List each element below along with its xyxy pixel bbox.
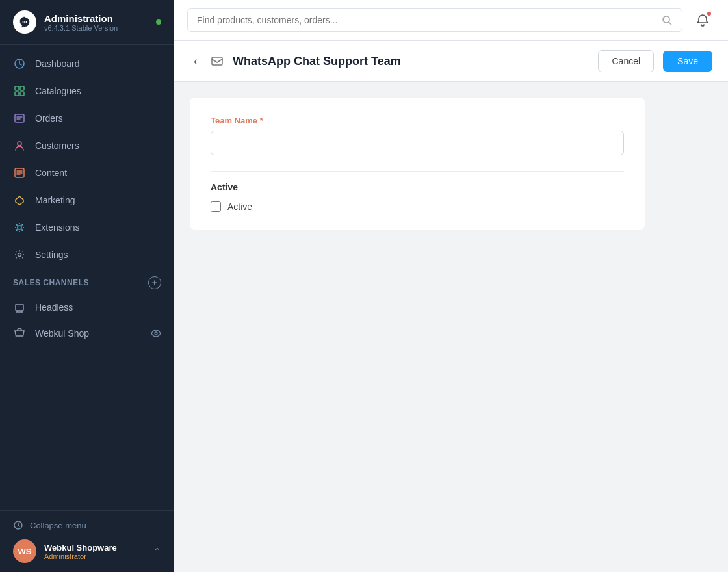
svg-rect-17 — [212, 57, 222, 65]
section-divider — [211, 171, 624, 172]
content-label: Content — [35, 168, 67, 178]
svg-point-12 — [18, 254, 21, 257]
webkul-shop-icon — [13, 327, 26, 340]
active-checkbox-row: Active — [211, 202, 624, 212]
required-indicator: * — [260, 116, 263, 125]
catalogues-label: Catalogues — [35, 86, 81, 96]
form-card: Team Name * Active Active — [190, 98, 645, 230]
logo-icon — [13, 10, 36, 34]
online-indicator — [156, 20, 161, 25]
catalogues-icon — [13, 84, 26, 98]
eye-icon[interactable] — [151, 328, 161, 339]
settings-icon — [13, 248, 26, 261]
sidebar-item-extensions[interactable]: Extensions — [0, 214, 174, 241]
sidebar-item-dashboard[interactable]: Dashboard — [0, 50, 174, 77]
customers-icon — [13, 139, 26, 152]
sales-channels-header: Sales Channels + — [0, 268, 174, 294]
svg-rect-7 — [20, 92, 24, 96]
svg-point-2 — [26, 21, 27, 23]
marketing-icon — [13, 194, 26, 207]
orders-icon — [13, 112, 26, 125]
sidebar-item-orders[interactable]: Orders — [0, 105, 174, 132]
svg-rect-4 — [15, 86, 19, 90]
active-checkbox-label[interactable]: Active — [228, 202, 252, 212]
active-section: Active Active — [211, 182, 624, 212]
page-header: ‹ WhatsApp Chat Support Team Cancel Save — [174, 41, 728, 82]
svg-point-0 — [23, 21, 24, 23]
sidebar-header: Administration v6.4.3.1 Stable Version — [0, 0, 174, 45]
svg-point-9 — [18, 142, 21, 146]
user-row: WS Webkul Shopware Administrator ⌃ — [13, 540, 161, 563]
svg-point-11 — [18, 226, 21, 229]
sidebar-title-block: Administration v6.4.3.1 Stable Version — [44, 13, 118, 32]
search-wrapper — [187, 8, 682, 32]
customers-label: Customers — [35, 140, 79, 151]
sidebar-item-headless[interactable]: Headless — [0, 294, 174, 320]
user-avatar: WS — [13, 540, 36, 563]
svg-point-14 — [155, 332, 157, 335]
collapse-menu-button[interactable]: Collapse menu — [13, 520, 161, 530]
user-menu-toggle[interactable]: ⌃ — [153, 546, 161, 556]
active-checkbox[interactable] — [211, 202, 221, 212]
search-input[interactable] — [197, 15, 656, 25]
extensions-icon — [13, 221, 26, 234]
sales-channels-label: Sales Channels — [13, 278, 89, 287]
svg-rect-5 — [20, 86, 24, 90]
topbar — [174, 0, 728, 41]
sidebar-footer: Collapse menu WS Webkul Shopware Adminis… — [0, 510, 174, 572]
svg-rect-8 — [15, 114, 24, 122]
content-icon — [13, 166, 26, 179]
sidebar-item-marketing[interactable]: Marketing — [0, 187, 174, 214]
svg-rect-13 — [16, 304, 23, 311]
add-sales-channel-button[interactable]: + — [148, 276, 161, 289]
notification-button[interactable] — [690, 8, 715, 32]
extensions-label: Extensions — [35, 222, 79, 233]
sidebar-item-settings[interactable]: Settings — [0, 241, 174, 268]
user-role: Administrator — [44, 552, 146, 560]
settings-label: Settings — [35, 250, 68, 260]
sidebar-item-webkul-shop[interactable]: Webkul Shop — [0, 320, 174, 346]
webkul-shop-label: Webkul Shop — [35, 328, 89, 339]
app-name: Administration — [44, 13, 118, 24]
active-section-label: Active — [211, 182, 624, 192]
user-name: Webkul Shopware — [44, 543, 146, 552]
sidebar-item-catalogues[interactable]: Catalogues — [0, 77, 174, 105]
team-name-field: Team Name * — [211, 116, 624, 155]
orders-label: Orders — [35, 113, 63, 124]
dashboard-icon — [13, 57, 26, 70]
headless-label: Headless — [35, 302, 73, 313]
svg-point-1 — [24, 21, 25, 23]
user-info: Webkul Shopware Administrator — [44, 543, 146, 560]
dashboard-label: Dashboard — [35, 58, 80, 69]
team-name-input[interactable] — [211, 131, 624, 155]
sidebar-item-content[interactable]: Content — [0, 159, 174, 187]
sidebar-item-customers[interactable]: Customers — [0, 132, 174, 159]
marketing-label: Marketing — [35, 195, 75, 205]
svg-rect-6 — [15, 92, 19, 96]
save-button[interactable]: Save — [663, 51, 712, 72]
back-button[interactable]: ‹ — [190, 53, 202, 70]
sidebar-nav: Dashboard Catalogues Orders — [0, 45, 174, 510]
headless-icon — [13, 301, 26, 314]
sidebar: Administration v6.4.3.1 Stable Version D… — [0, 0, 174, 572]
page-title: WhatsApp Chat Support Team — [233, 55, 589, 68]
form-area: Team Name * Active Active — [174, 82, 728, 572]
mail-icon — [211, 55, 224, 68]
app-version: v6.4.3.1 Stable Version — [44, 24, 118, 32]
collapse-label: Collapse menu — [30, 521, 86, 530]
search-icon — [661, 14, 673, 26]
team-name-label: Team Name * — [211, 116, 624, 125]
notification-badge — [706, 10, 712, 17]
main-content: ‹ WhatsApp Chat Support Team Cancel Save… — [174, 0, 728, 572]
cancel-button[interactable]: Cancel — [598, 50, 654, 72]
